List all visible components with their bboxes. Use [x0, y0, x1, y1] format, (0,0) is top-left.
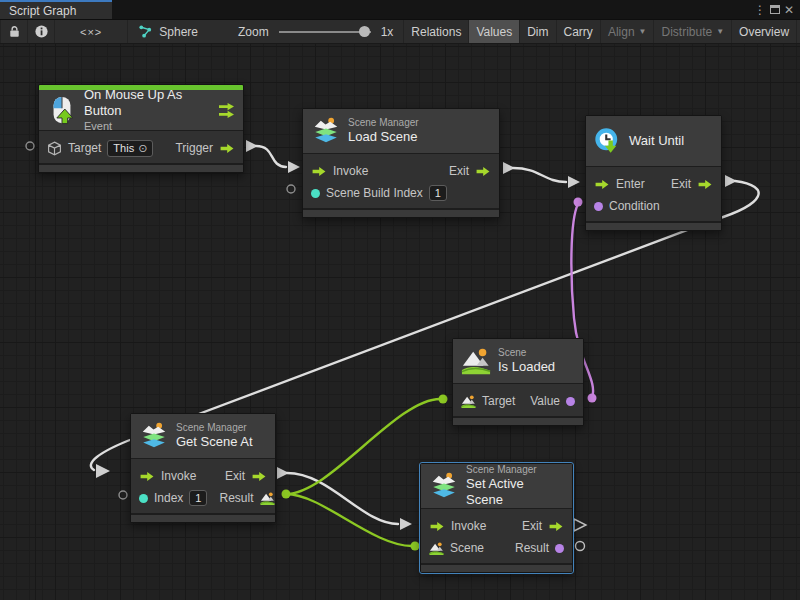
- scene-build-index-label: Scene Build Index: [326, 186, 423, 200]
- graph-icon: [138, 24, 153, 39]
- scene-type-icon: [461, 394, 476, 409]
- wire-arrowhead: [400, 518, 412, 530]
- node-title: On Mouse Up As Button: [84, 87, 211, 120]
- unconnected-port-index[interactable]: [119, 491, 127, 499]
- unconnected-port-result[interactable]: [576, 542, 585, 551]
- wire-load-exit-to-wait-enter[interactable]: [513, 168, 566, 182]
- node-title: Get Scene At: [176, 434, 267, 450]
- align-button[interactable]: Align ▼: [601, 20, 655, 43]
- scene-port-label: Scene: [450, 541, 484, 555]
- graph-canvas[interactable]: On Mouse Up As Button Event Target This …: [0, 44, 800, 600]
- dropdown-arrow-icon: ▼: [716, 27, 724, 36]
- exit-port-label: Exit: [449, 164, 469, 178]
- int-value-port[interactable]: [139, 494, 148, 503]
- distribute-button[interactable]: Distribute ▼: [654, 20, 732, 43]
- tab-title: Script Graph: [9, 4, 76, 18]
- lock-button[interactable]: [1, 20, 28, 43]
- control-output-port[interactable]: [548, 521, 564, 532]
- wire-trigger-to-load-invoke[interactable]: [256, 146, 286, 167]
- control-output-port[interactable]: [697, 179, 713, 190]
- wire-cap-dot: [588, 394, 597, 403]
- zoom-slider[interactable]: [279, 20, 371, 43]
- wire-cap-dot: [574, 198, 583, 207]
- target-value-field[interactable]: This ⊙: [107, 140, 153, 157]
- node-category: Scene: [498, 347, 575, 360]
- menu-icon[interactable]: ⋮: [754, 4, 766, 16]
- code-view-button[interactable]: <×>: [55, 20, 128, 43]
- control-output-port[interactable]: [475, 166, 491, 177]
- node-subtitle: Event: [84, 119, 211, 133]
- dropdown-arrow-icon: ▼: [639, 27, 647, 36]
- unconnected-port-exit[interactable]: [574, 519, 586, 531]
- window-tab-bar: Script Graph ⋮ ✕: [0, 0, 800, 19]
- tab-script-graph[interactable]: Script Graph: [0, 0, 112, 19]
- graph-toolbar: <×> Sphere Zoom 1x Relations Values Dim …: [0, 19, 800, 44]
- overview-button[interactable]: Overview: [732, 20, 797, 43]
- result-port-label: Result: [515, 541, 549, 555]
- scene-type-icon: [429, 541, 444, 556]
- node-title: Wait Until: [629, 133, 684, 149]
- dim-button[interactable]: Dim: [520, 20, 556, 43]
- exit-port-label: Exit: [225, 469, 245, 483]
- values-button[interactable]: Values: [469, 20, 520, 43]
- exit-port-label: Exit: [522, 519, 542, 533]
- control-output-port[interactable]: [219, 143, 235, 154]
- node-load-scene[interactable]: Scene Manager Load Scene Invoke Exit Sce…: [302, 108, 500, 218]
- unconnected-port-target[interactable]: [26, 142, 34, 150]
- node-footer: [453, 418, 583, 425]
- target-port-label: Target: [482, 394, 515, 408]
- index-field[interactable]: 1: [189, 490, 207, 506]
- node-title: Set Active Scene: [466, 476, 564, 509]
- wire-cap-dot: [411, 542, 420, 551]
- control-input-port[interactable]: [594, 179, 610, 190]
- zoom-slider-track[interactable]: [279, 31, 371, 33]
- relations-button[interactable]: Relations: [404, 20, 469, 43]
- node-category: Scene Manager: [348, 117, 491, 130]
- carry-button[interactable]: Carry: [557, 20, 601, 43]
- target-picker-icon[interactable]: ⊙: [138, 142, 147, 155]
- wire-arrowhead: [96, 464, 110, 478]
- scene-icon: [461, 346, 491, 376]
- control-input-port[interactable]: [311, 166, 327, 177]
- wait-until-clock-icon: [594, 127, 622, 155]
- node-is-loaded[interactable]: Scene Is Loaded Target Value: [452, 338, 584, 426]
- window-controls: ⋮ ✕: [754, 0, 800, 19]
- close-icon[interactable]: ✕: [784, 4, 794, 16]
- exit-port-label: Exit: [671, 177, 691, 191]
- result-port-label: Result: [219, 491, 253, 505]
- info-button[interactable]: [28, 20, 55, 43]
- enter-port-label: Enter: [616, 177, 645, 191]
- zoom-value: 1x: [381, 25, 394, 39]
- wire-result-to-isloaded-target[interactable]: [286, 399, 440, 494]
- node-set-active-scene[interactable]: Scene Manager Set Active Scene Invoke Ex…: [420, 463, 573, 573]
- condition-port-label: Condition: [609, 199, 660, 213]
- zoom-label: Zoom: [238, 25, 269, 39]
- node-footer: [303, 210, 499, 217]
- node-get-scene-at[interactable]: Scene Manager Get Scene At Invoke Exit I…: [130, 413, 276, 523]
- scene-build-index-field[interactable]: 1: [429, 185, 447, 201]
- value-output-port[interactable]: [566, 397, 575, 406]
- target-port-label: Target: [68, 141, 101, 155]
- node-category: Scene Manager: [466, 464, 564, 477]
- lock-icon: [7, 24, 22, 39]
- toolbar-button-group: Relations Values Dim Carry Align ▼ Distr…: [403, 20, 800, 43]
- node-on-mouse-up-as-button[interactable]: On Mouse Up As Button Event Target This …: [38, 84, 244, 173]
- node-footer: [131, 515, 275, 522]
- unconnected-port-scene-build-index[interactable]: [287, 185, 295, 193]
- code-view-icon: <×>: [62, 26, 120, 38]
- wire-cap-dot: [439, 395, 448, 404]
- zoom-slider-handle[interactable]: [359, 26, 370, 37]
- bool-value-port[interactable]: [594, 202, 603, 211]
- maximize-icon[interactable]: [770, 5, 780, 14]
- scene-manager-icon: [139, 421, 169, 451]
- wire-arrowhead: [288, 161, 300, 173]
- control-output-port[interactable]: [251, 471, 267, 482]
- int-value-port[interactable]: [311, 189, 320, 198]
- scene-manager-icon: [311, 116, 341, 146]
- index-port-label: Index: [154, 491, 183, 505]
- node-wait-until[interactable]: Wait Until Enter Exit Condition: [585, 115, 722, 231]
- control-input-port[interactable]: [139, 471, 155, 482]
- info-icon: [34, 24, 49, 39]
- control-input-port[interactable]: [429, 521, 445, 532]
- value-output-port[interactable]: [555, 544, 564, 553]
